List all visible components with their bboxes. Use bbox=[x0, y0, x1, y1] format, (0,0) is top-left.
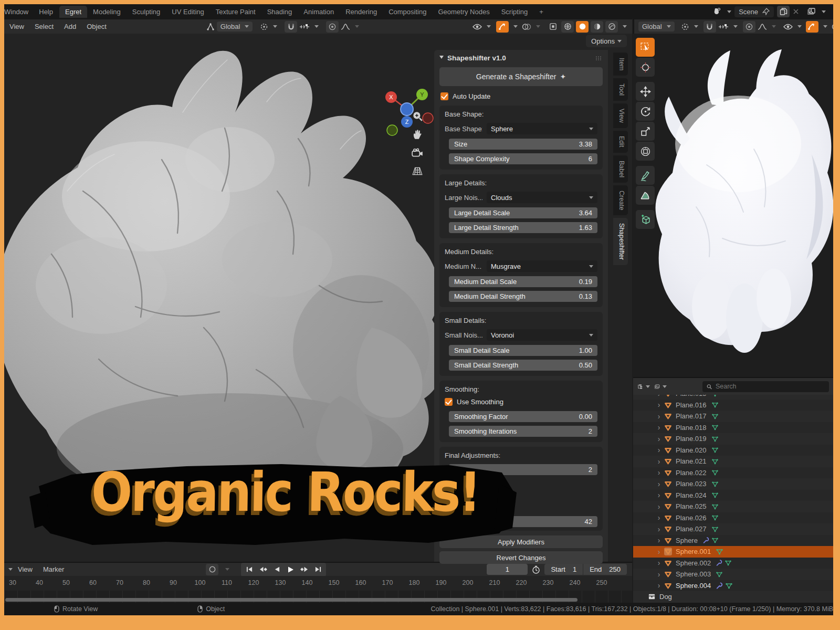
rotate-tool[interactable] bbox=[636, 102, 655, 121]
base-shape-dropdown[interactable]: Sphere bbox=[487, 123, 597, 134]
gizmo-toggle[interactable] bbox=[496, 21, 509, 33]
outliner-row-dog-collection[interactable]: Dog bbox=[633, 591, 833, 603]
add-cube-tool[interactable] bbox=[636, 210, 655, 229]
tab-create[interactable]: Create bbox=[613, 185, 628, 216]
workspace-tab-compositing[interactable]: Compositing bbox=[383, 6, 432, 18]
expand-icon[interactable]: › bbox=[655, 491, 663, 499]
outliner-row-plane018[interactable]: › Plane.018 bbox=[633, 422, 833, 434]
size-slider[interactable]: Size 3.38 bbox=[449, 139, 597, 150]
apply-modifiers-button[interactable]: Apply Modifiers bbox=[439, 536, 603, 548]
outliner-search[interactable] bbox=[702, 381, 829, 392]
timeline-menu-view[interactable]: View bbox=[13, 565, 38, 573]
pivot-point-icon[interactable] bbox=[260, 23, 268, 31]
mesh-data-icon[interactable] bbox=[711, 458, 719, 465]
visibility-caret[interactable] bbox=[487, 25, 491, 28]
auto-update-row[interactable]: Auto Update bbox=[440, 92, 602, 100]
workspace-tab-egret[interactable]: Egret bbox=[59, 6, 87, 18]
timeline-collapse-caret[interactable] bbox=[8, 568, 13, 571]
expand-icon[interactable]: › bbox=[655, 525, 663, 533]
menu-help[interactable]: Help bbox=[33, 8, 59, 16]
smoothing-factor-slider[interactable]: Smoothing Factor 0.00 bbox=[449, 411, 597, 422]
select-box-tool[interactable] bbox=[636, 38, 655, 57]
modifier-wrench-icon[interactable] bbox=[716, 559, 723, 566]
snap-with-icon[interactable] bbox=[299, 23, 310, 30]
medium-detail-strength-slider[interactable]: Medium Detail Strength 0.13 bbox=[449, 291, 597, 302]
gizmo-toggle-2[interactable] bbox=[806, 21, 818, 33]
snap-caret[interactable] bbox=[314, 25, 319, 28]
jump-to-start-button[interactable] bbox=[243, 564, 256, 575]
expand-icon[interactable]: › bbox=[655, 581, 663, 590]
mesh-data-icon[interactable] bbox=[711, 446, 719, 454]
shape-complexity-slider[interactable]: Shape Complexity 6 bbox=[449, 153, 597, 164]
expand-icon[interactable]: › bbox=[655, 548, 663, 556]
revert-changes-button[interactable]: Revert Changes bbox=[439, 551, 603, 564]
mesh-data-icon[interactable] bbox=[711, 435, 719, 443]
visibility-eye-icon[interactable] bbox=[472, 24, 482, 30]
mesh-data-icon[interactable] bbox=[711, 514, 719, 521]
scene-browse-caret[interactable] bbox=[727, 10, 731, 13]
tab-tool[interactable]: Tool bbox=[613, 78, 628, 101]
pin-icon[interactable] bbox=[762, 8, 770, 15]
mesh-data-icon[interactable] bbox=[724, 559, 732, 566]
workspace-tab-sculpting[interactable]: Sculpting bbox=[127, 6, 166, 18]
prev-keyframe-button[interactable] bbox=[257, 564, 269, 575]
outliner-row-plane017[interactable]: › Plane.017 bbox=[633, 411, 833, 422]
workspace-tab-texture-paint[interactable]: Texture Paint bbox=[210, 6, 261, 18]
small-detail-scale-slider[interactable]: Small Detail Scale 1.00 bbox=[449, 345, 597, 356]
expand-icon[interactable]: › bbox=[655, 536, 663, 544]
add-workspace-button[interactable]: + bbox=[533, 6, 549, 18]
options-dropdown[interactable]: Options bbox=[586, 35, 627, 47]
move-tool[interactable] bbox=[636, 82, 655, 101]
mesh-data-icon[interactable] bbox=[711, 401, 719, 408]
generate-shapeshifter-button[interactable]: Generate a Shapeshifter ✦ bbox=[439, 67, 603, 86]
medium-detail-scale-slider[interactable]: Medium Detail Scale 0.19 bbox=[449, 276, 597, 287]
outliner-display-mode-dropdown[interactable] bbox=[637, 381, 650, 392]
outliner-row-plane015[interactable]: › Plane.015 bbox=[633, 395, 833, 400]
workspace-tab-rendering[interactable]: Rendering bbox=[340, 6, 383, 18]
visibility-eye-icon-2[interactable] bbox=[783, 24, 793, 30]
large-detail-scale-slider[interactable]: Large Detail Scale 3.64 bbox=[449, 207, 597, 218]
menu-select[interactable]: Select bbox=[29, 23, 59, 30]
keying-caret[interactable] bbox=[225, 568, 229, 571]
use-smoothing-checkbox[interactable] bbox=[445, 398, 453, 406]
proportional-falloff-icon[interactable] bbox=[341, 24, 350, 30]
overlays-icon[interactable] bbox=[522, 23, 531, 30]
expand-icon[interactable]: › bbox=[655, 435, 663, 443]
outliner-row-plane016[interactable]: › Plane.016 bbox=[633, 400, 833, 411]
shading-wireframe-button[interactable] bbox=[561, 21, 574, 33]
snap-toggle[interactable] bbox=[285, 21, 297, 33]
expand-icon[interactable]: › bbox=[655, 401, 663, 409]
timeline-ruler[interactable]: 30 40 50 60 70 80 90 100 110 120 130 140… bbox=[4, 576, 632, 591]
outliner-row-sphere[interactable]: › Sphere bbox=[633, 535, 833, 547]
end-frame-field[interactable]: End 250 bbox=[583, 565, 627, 573]
tab-shapeshifter[interactable]: Shapeshifter bbox=[613, 218, 628, 265]
snap-with-icon-2[interactable] bbox=[718, 23, 729, 30]
large-noise-dropdown[interactable]: Clouds bbox=[487, 192, 597, 203]
auto-update-checkbox[interactable] bbox=[440, 92, 448, 100]
outliner-filter-dropdown[interactable] bbox=[654, 381, 667, 392]
mesh-data-icon[interactable] bbox=[711, 491, 719, 499]
use-smoothing-row[interactable]: Use Smoothing bbox=[445, 398, 597, 406]
expand-icon[interactable]: › bbox=[655, 423, 663, 432]
transform-tool[interactable] bbox=[636, 142, 655, 161]
viewport-3d-right[interactable] bbox=[633, 34, 833, 377]
panel-grip-icon[interactable] bbox=[595, 56, 603, 61]
modifier-wrench-icon[interactable] bbox=[702, 537, 710, 544]
expand-icon[interactable]: › bbox=[655, 412, 663, 421]
shading-material-button[interactable] bbox=[591, 21, 603, 33]
snap-toggle-2[interactable] bbox=[704, 21, 716, 33]
scene-icon[interactable] bbox=[712, 7, 721, 16]
tab-babel[interactable]: Babel bbox=[613, 155, 628, 183]
scene-name-field[interactable]: Scene bbox=[734, 6, 774, 17]
falloff-caret[interactable] bbox=[355, 25, 359, 28]
mesh-data-icon[interactable] bbox=[711, 480, 719, 488]
auto-keying-record-button[interactable] bbox=[206, 564, 218, 575]
outliner-row-plane026[interactable]: › Plane.026 bbox=[633, 512, 833, 524]
outliner-row-plane020[interactable]: › Plane.020 bbox=[633, 445, 833, 456]
expand-icon[interactable]: › bbox=[655, 446, 663, 454]
xray-toggle[interactable] bbox=[547, 21, 559, 33]
small-noise-dropdown[interactable]: Voronoi bbox=[487, 329, 597, 341]
mesh-data-icon[interactable] bbox=[711, 537, 719, 544]
outliner-row-sphere001-selected[interactable]: › Sphere.001 bbox=[633, 546, 833, 558]
expand-icon[interactable]: › bbox=[655, 468, 663, 477]
